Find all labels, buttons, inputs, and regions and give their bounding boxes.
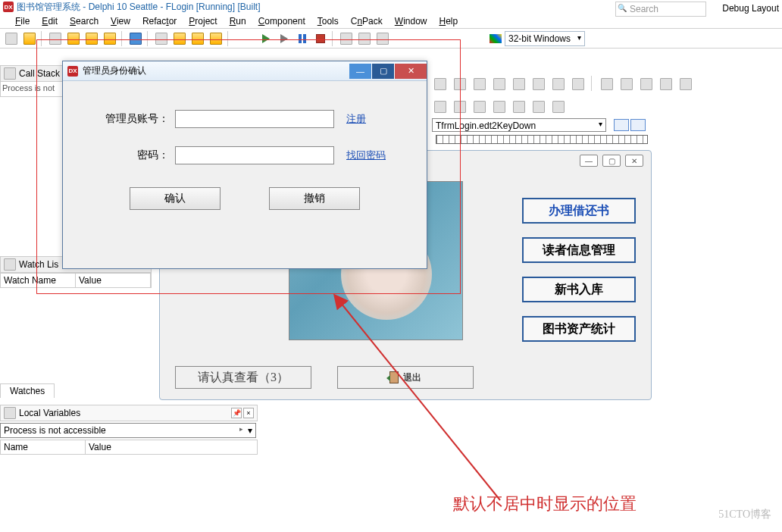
stack-icon: [4, 67, 16, 80]
watches-tab-strip: Watches: [0, 383, 55, 398]
event-combo[interactable]: TfrmLogin.edt2KeyDown: [432, 118, 606, 132]
assets-button[interactable]: 图书资产统计: [522, 316, 636, 342]
tool-icon[interactable]: [83, 30, 100, 47]
tool-icon[interactable]: [65, 30, 82, 47]
open-button[interactable]: [21, 30, 38, 47]
menu-run[interactable]: Run: [224, 14, 252, 28]
cancel-button[interactable]: 撤销: [269, 187, 360, 210]
view-form-icon[interactable]: [630, 119, 646, 131]
tool-icon[interactable]: [102, 30, 118, 47]
tool-icon[interactable]: [153, 30, 170, 47]
app-icon: DX: [3, 2, 14, 12]
login-title: 管理员身份确认: [83, 64, 146, 77]
ruler: [436, 135, 648, 144]
account-label: 管理员账号：: [86, 112, 169, 126]
align-icon[interactable]: [491, 99, 508, 115]
pin-icon[interactable]: 📌: [231, 408, 242, 418]
watermark: 51CTO博客: [718, 508, 771, 521]
menu-search[interactable]: Search: [64, 14, 105, 28]
account-input[interactable]: [175, 110, 334, 128]
maximize-icon[interactable]: ▢: [602, 155, 621, 167]
menu-tools[interactable]: Tools: [311, 14, 345, 28]
close-icon[interactable]: ✕: [625, 155, 643, 167]
comp-icon[interactable]: [511, 76, 527, 92]
ok-button[interactable]: 确认: [130, 187, 221, 210]
step-button[interactable]: [338, 30, 355, 47]
door-icon: [389, 371, 399, 383]
menu-file[interactable]: File: [9, 14, 36, 28]
tool-icon[interactable]: [47, 30, 64, 47]
password-input[interactable]: [175, 146, 334, 164]
align-icon[interactable]: [550, 99, 567, 115]
tool-icon[interactable]: [189, 30, 206, 47]
lv-col-name: Name: [1, 440, 86, 454]
login-titlebar: DX 管理员身份确认 — ▢ ✕: [63, 61, 427, 81]
save-button[interactable]: [127, 30, 144, 47]
forgot-link[interactable]: 找回密码: [346, 149, 386, 162]
stop-button[interactable]: [312, 30, 329, 47]
run-nodebug-button[interactable]: [276, 30, 292, 47]
newbook-button[interactable]: 新书入库: [522, 277, 636, 302]
menu-component[interactable]: Component: [252, 14, 311, 28]
comp-icon[interactable]: [599, 76, 615, 92]
component-toolbar: [432, 76, 694, 92]
annotation-text: 默认不居中时显示的位置: [453, 493, 637, 515]
comp-icon[interactable]: [677, 76, 694, 92]
close-icon[interactable]: ×: [243, 408, 254, 418]
new-button[interactable]: [3, 30, 20, 47]
comp-icon[interactable]: [550, 76, 567, 92]
menu-help[interactable]: Help: [433, 14, 464, 28]
comp-icon[interactable]: [570, 76, 586, 92]
align-icon[interactable]: [452, 99, 468, 115]
dialog-maximize-icon[interactable]: ▢: [372, 64, 395, 79]
step-button[interactable]: [356, 30, 373, 47]
run-button[interactable]: [258, 30, 274, 47]
login-dialog: DX 管理员身份确认 — ▢ ✕ 管理员账号： 注册 密码： 找回密码 确认 撤…: [62, 61, 427, 269]
layout-label[interactable]: Debug Layout: [722, 3, 779, 14]
ide-search-input[interactable]: Search: [615, 2, 706, 17]
comp-icon[interactable]: [491, 76, 508, 92]
comp-icon[interactable]: [618, 76, 635, 92]
comp-icon[interactable]: [471, 76, 488, 92]
align-icon[interactable]: [530, 99, 547, 115]
menu-view[interactable]: View: [105, 14, 136, 28]
watch-title: Watch Lis: [19, 259, 58, 270]
main-toolbar: 32-bit Windows: [0, 29, 782, 49]
menu-cnpack[interactable]: CnPack: [345, 14, 389, 28]
check-button[interactable]: 请认真查看（3）: [175, 366, 311, 389]
process-combo[interactable]: Process is not accessible: [0, 423, 256, 438]
tool-icon[interactable]: [208, 30, 224, 47]
local-vars-panel: Local Variables 📌 × Process is not acces…: [0, 405, 258, 455]
event-toolbar: TfrmLogin.edt2KeyDown: [432, 118, 646, 132]
watches-tab[interactable]: Watches: [0, 383, 55, 398]
platform-icon: [490, 34, 502, 43]
register-link[interactable]: 注册: [346, 112, 366, 126]
watch-col-name: Watch Name: [1, 274, 76, 287]
comp-icon[interactable]: [638, 76, 655, 92]
align-icon[interactable]: [511, 99, 527, 115]
comp-icon[interactable]: [530, 76, 547, 92]
comp-icon[interactable]: [432, 76, 449, 92]
menu-refactor[interactable]: Refactor: [136, 14, 183, 28]
pause-button[interactable]: [294, 30, 311, 47]
menu-window[interactable]: Window: [389, 14, 433, 28]
dialog-close-icon[interactable]: ✕: [395, 64, 427, 79]
align-icon[interactable]: [471, 99, 488, 115]
platform-combo[interactable]: 32-bit Windows: [505, 31, 585, 46]
borrow-button[interactable]: 办理借还书: [522, 198, 636, 224]
minimize-icon[interactable]: —: [580, 155, 598, 167]
view-list-icon[interactable]: [614, 119, 629, 131]
dialog-minimize-icon[interactable]: —: [349, 64, 372, 79]
comp-icon[interactable]: [452, 76, 468, 92]
reader-button[interactable]: 读者信息管理: [522, 237, 636, 263]
menu-edit[interactable]: Edit: [36, 14, 64, 28]
local-vars-title: Local Variables: [19, 408, 80, 418]
tool-icon[interactable]: [171, 30, 188, 47]
align-icon[interactable]: [432, 99, 449, 115]
menu-project[interactable]: Project: [183, 14, 223, 28]
step-button[interactable]: [374, 30, 391, 47]
exit-button[interactable]: 退出: [337, 366, 474, 389]
comp-icon[interactable]: [658, 76, 674, 92]
alignment-toolbar: [432, 99, 567, 115]
watch-col-value: Value: [76, 274, 151, 287]
